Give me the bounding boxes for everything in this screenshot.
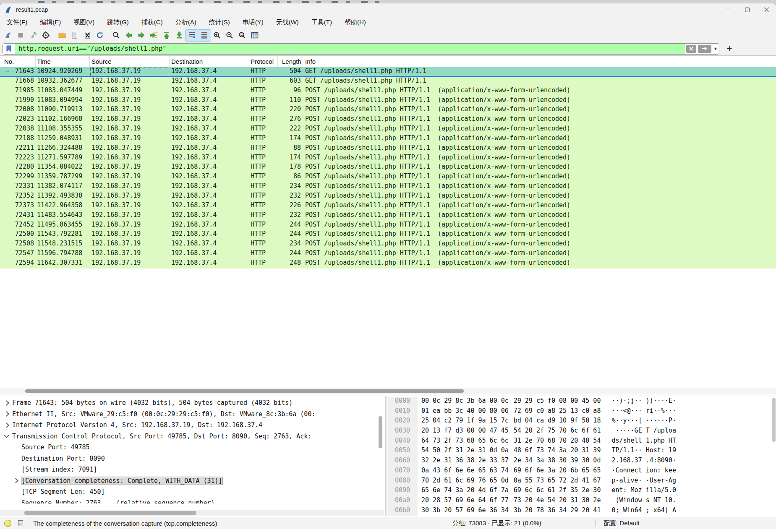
packet-row[interactable]: 72452 11495.863455 192.168.37.19 192.168…	[0, 221, 776, 230]
packet-row[interactable]: 72223 11271.597789 192.168.37.19 192.168…	[0, 154, 776, 163]
packet-row[interactable]: 71990 11083.094994 192.168.37.19 192.168…	[0, 96, 776, 106]
detail-line[interactable]: Source Port: 49785	[0, 442, 384, 453]
packet-row[interactable]: 72211 11266.324488 192.168.37.19 192.168…	[0, 144, 776, 154]
filter-dropdown-caret[interactable]: ▼	[712, 46, 719, 51]
hex-row[interactable]: 005054 50 2f 31 2e 31 0d 0a48 6f 73 74 3…	[388, 446, 776, 456]
hex-row[interactable]: 00a020 28 57 69 6e 64 6f 7773 20 4e 54 2…	[388, 496, 776, 506]
column-header-source[interactable]: Source	[90, 56, 170, 68]
zoom-reset-icon[interactable]	[236, 30, 248, 41]
detail-line[interactable]: [Stream index: 7091]	[0, 464, 384, 475]
auto-scroll-icon[interactable]	[186, 30, 198, 41]
go-to-packet-icon[interactable]	[148, 30, 160, 41]
column-header-time[interactable]: Time	[36, 56, 90, 68]
find-packet-icon[interactable]	[110, 30, 123, 41]
filter-add-button[interactable]: +	[724, 44, 734, 53]
detail-line[interactable]: [TCP Segment Len: 450]	[0, 486, 384, 498]
expert-info-icon[interactable]	[4, 520, 11, 527]
capture-comment-icon[interactable]	[17, 520, 24, 527]
expander-chevron-icon[interactable]	[4, 411, 9, 417]
capture-options-icon[interactable]	[39, 30, 52, 41]
detail-line[interactable]: [Conversation completeness: Complete, WI…	[0, 475, 384, 487]
hex-row[interactable]: 003020 13 f7 d3 00 00 47 4554 20 2f 75 7…	[388, 427, 776, 437]
filter-bookmark-button[interactable]	[3, 44, 15, 54]
hex-row[interactable]: 006032 2e 31 36 38 2e 33 372e 34 3a 38 3…	[388, 456, 776, 467]
detail-line[interactable]: Sequence Number: 2763 (relative sequence…	[0, 498, 384, 503]
column-header-protocol[interactable]: Protocol	[249, 56, 278, 68]
packet-row[interactable]: 72594 11642.307331 192.168.37.19 192.168…	[0, 259, 776, 269]
filter-apply-button[interactable]	[698, 45, 711, 53]
hex-row[interactable]: 00700a 43 6f 6e 6e 65 63 7469 6f 6e 3a 2…	[388, 467, 776, 477]
packet-row[interactable]: 72188 11259.048931 192.168.37.19 192.168…	[0, 134, 776, 144]
menu-item[interactable]: 跳转(G)	[103, 17, 133, 28]
resize-columns-icon[interactable]	[248, 30, 261, 41]
expander-chevron-icon[interactable]	[13, 478, 18, 483]
reload-icon[interactable]	[94, 30, 106, 41]
hex-vscrollbar[interactable]	[772, 396, 776, 516]
hex-row[interactable]: 002025 04 c2 79 1f 9a 15 7cbd 04 ca d9 1…	[388, 417, 776, 427]
pane-splitter[interactable]	[385, 396, 387, 516]
expander-chevron-icon[interactable]	[4, 422, 9, 428]
expander-chevron-icon[interactable]	[4, 433, 9, 438]
menu-item[interactable]: 帮助(H)	[340, 17, 370, 28]
packet-row[interactable]: 72352 11392.493838 192.168.37.19 192.168…	[0, 192, 776, 201]
packet-row[interactable]: 71985 11083.047449 192.168.37.19 192.168…	[0, 86, 776, 96]
hex-row[interactable]: 001001 ea bb 3c 40 00 80 0672 69 c0 a8 2…	[388, 407, 776, 417]
go-to-bottom-icon[interactable]	[173, 30, 186, 41]
restart-capture-icon[interactable]	[27, 30, 39, 41]
menu-item[interactable]: 捕获(C)	[137, 17, 167, 28]
packet-row[interactable]: 72008 11090.719913 192.168.37.19 192.168…	[0, 105, 776, 115]
packet-row[interactable]: 71668 10932.362677 192.168.37.19 192.168…	[0, 77, 776, 86]
menu-item[interactable]: 电话(Y)	[238, 17, 268, 28]
detail-vscrollbar[interactable]	[379, 396, 382, 504]
packet-list-hscrollbar[interactable]	[0, 388, 776, 394]
packet-row[interactable]: 71643 10924.920269 192.168.37.19 192.168…	[0, 67, 776, 77]
start-capture-icon[interactable]	[2, 30, 14, 41]
detail-line[interactable]: Transmission Control Protocol, Src Port:…	[0, 431, 384, 442]
menu-item[interactable]: 编辑(E)	[36, 17, 65, 28]
filter-clear-button[interactable]	[686, 45, 696, 53]
packet-row[interactable]: 72508 11548.231515 192.168.37.19 192.168…	[0, 240, 776, 249]
menu-item[interactable]: 统计(S)	[205, 17, 234, 28]
menu-item[interactable]: 工具(T)	[307, 17, 336, 28]
packet-row[interactable]: 72331 11382.074117 192.168.37.19 192.168…	[0, 182, 776, 192]
detail-vscrollbar-thumb[interactable]	[379, 416, 382, 448]
close-button[interactable]	[757, 3, 776, 16]
profile-label[interactable]: 配置: Default	[604, 519, 640, 527]
detail-line[interactable]: Destination Port: 8090	[0, 453, 384, 464]
packet-row[interactable]: 72431 11483.554643 192.168.37.19 192.168…	[0, 211, 776, 221]
go-back-icon[interactable]	[123, 30, 135, 41]
column-header-no[interactable]: No.	[0, 56, 36, 68]
colorize-icon[interactable]	[198, 30, 211, 41]
display-filter-input[interactable]	[15, 44, 685, 54]
column-header-destination[interactable]: Destination	[170, 56, 249, 68]
menu-item[interactable]: 文件(F)	[3, 17, 31, 28]
expander-chevron-icon[interactable]	[4, 400, 9, 406]
close-file-icon[interactable]	[81, 30, 94, 41]
menu-item[interactable]: 视图(V)	[69, 17, 99, 28]
go-to-top-icon[interactable]	[160, 30, 173, 41]
packet-row[interactable]: 72299 11359.787299 192.168.37.19 192.168…	[0, 172, 776, 182]
detail-line[interactable]: Internet Protocol Version 4, Src: 192.16…	[0, 420, 384, 431]
zoom-in-icon[interactable]	[211, 30, 223, 41]
menu-item[interactable]: 无线(W)	[272, 17, 303, 28]
packet-row[interactable]: 72547 11596.794788 192.168.37.19 192.168…	[0, 249, 776, 259]
hex-row[interactable]: 009065 6e 74 3a 20 4d 6f 7a69 6c 6c 61 2…	[388, 486, 776, 496]
hex-row[interactable]: 000000 0c 29 8c 3b 6a 00 0c29 29 c5 f0 0…	[388, 397, 776, 407]
open-file-icon[interactable]	[56, 30, 68, 41]
packet-list-hscrollbar-thumb[interactable]	[25, 389, 464, 393]
detail-hscrollbar-thumb[interactable]	[24, 511, 196, 515]
packet-row[interactable]: 72038 11108.355355 192.168.37.19 192.168…	[0, 125, 776, 134]
zoom-out-icon[interactable]	[223, 30, 236, 41]
hex-row[interactable]: 004064 73 2f 73 68 65 6c 6c31 2e 70 68 7…	[388, 437, 776, 447]
packet-row[interactable]: 72373 11422.964358 192.168.37.19 192.168…	[0, 201, 776, 211]
hex-row[interactable]: 00b030 3b 20 57 69 6e 36 343b 20 78 36 3…	[388, 506, 776, 516]
column-header-length[interactable]: Length	[278, 56, 303, 68]
menu-item[interactable]: 分析(A)	[171, 17, 201, 28]
packet-row[interactable]: 72280 11354.084022 192.168.37.19 192.168…	[0, 163, 776, 172]
packet-row[interactable]: 72500 11543.792281 192.168.37.19 192.168…	[0, 230, 776, 240]
column-header-info[interactable]: Info	[303, 56, 776, 68]
stop-capture-icon[interactable]	[14, 30, 27, 41]
hex-row[interactable]: 008070 2d 61 6c 69 76 65 0d0a 55 73 65 7…	[388, 477, 776, 487]
packet-row[interactable]: 72023 11102.166968 192.168.37.19 192.168…	[0, 115, 776, 125]
go-forward-icon[interactable]	[135, 30, 148, 41]
